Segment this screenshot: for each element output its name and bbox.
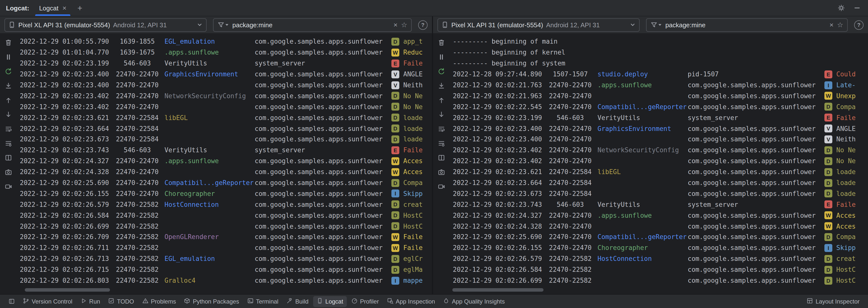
log-row[interactable]: 2022-12-29 02:02:23.66422470-22584com.go… bbox=[453, 177, 868, 188]
next-occurrence-icon[interactable] bbox=[436, 110, 446, 119]
log-area[interactable]: 2022-12-29 01:00:55.790 1639-1855EGL_emu… bbox=[17, 34, 432, 294]
statusbar-item-terminal[interactable]: Terminal bbox=[244, 296, 282, 307]
device-selector[interactable]: Pixel XL API 31 (emulator-5554) Android … bbox=[437, 18, 640, 31]
log-row[interactable]: 2022-12-29 02:02:25.69022470-22470Compat… bbox=[20, 177, 432, 188]
statusbar-item-todo[interactable]: TODO bbox=[104, 296, 137, 307]
take-screenshot-icon[interactable] bbox=[3, 167, 13, 177]
log-row[interactable]: 2022-12-29 02:02:23.67322470-22584com.go… bbox=[20, 134, 432, 145]
restart-logcat-icon[interactable] bbox=[3, 66, 13, 76]
new-logcat-tab-button[interactable]: + bbox=[72, 4, 87, 12]
log-row[interactable]: 2022-12-29 02:02:24.32822470-22470com.go… bbox=[453, 221, 868, 232]
log-row[interactable]: 2022-12-29 02:02:24.32722470-22470.apps.… bbox=[453, 210, 868, 221]
next-occurrence-icon[interactable] bbox=[3, 110, 13, 119]
log-row[interactable]: --------- beginning of kernel bbox=[453, 47, 868, 58]
clear-logcat-icon[interactable] bbox=[436, 38, 446, 48]
log-row[interactable]: 2022-12-29 01:01:04.770 1639-1675.apps.s… bbox=[20, 47, 432, 58]
log-row[interactable]: 2022-12-29 02:02:23.743 546-603VerityUti… bbox=[453, 199, 868, 210]
previous-occurrence-icon[interactable] bbox=[3, 95, 13, 105]
take-screenshot-icon[interactable] bbox=[436, 167, 446, 177]
log-row[interactable]: 2022-12-29 02:02:22.54522470-22470Compat… bbox=[453, 102, 868, 112]
pause-logcat-icon[interactable] bbox=[3, 52, 13, 62]
log-row[interactable]: 2022-12-29 02:02:23.66422470-22584com.go… bbox=[20, 123, 432, 134]
log-row[interactable]: 2022-12-29 02:02:26.69922470-22582com.go… bbox=[453, 275, 868, 286]
configure-logcat-options-icon[interactable] bbox=[436, 138, 446, 148]
settings-gear-icon[interactable] bbox=[835, 2, 847, 14]
horizontal-scrollbar[interactable] bbox=[25, 288, 110, 291]
log-row[interactable]: 2022-12-29 02:02:23.743 546-603VerityUti… bbox=[20, 145, 432, 156]
log-row[interactable]: 2022-12-29 02:02:23.40222470-22470Networ… bbox=[453, 145, 868, 156]
log-row[interactable]: 2022-12-28 09:27:44.890 1507-1507studio.… bbox=[453, 69, 868, 80]
log-row[interactable]: 2022-12-29 02:02:26.71122470-22582com.go… bbox=[20, 243, 432, 253]
split-panels-icon[interactable] bbox=[436, 153, 446, 163]
log-row[interactable]: 2022-12-29 02:02:26.57922470-22582HostCo… bbox=[20, 199, 432, 210]
log-row[interactable]: 2022-12-29 02:02:21.76322470-22470.apps.… bbox=[453, 80, 868, 90]
filter-funnel-icon[interactable] bbox=[217, 21, 229, 28]
pause-logcat-icon[interactable] bbox=[436, 52, 446, 62]
statusbar-item-app-inspection[interactable]: App Inspection bbox=[383, 296, 438, 307]
filter-query-text[interactable]: package:mine bbox=[665, 21, 826, 29]
tab-close-icon[interactable]: × bbox=[62, 4, 66, 11]
statusbar-item-layout-inspector[interactable]: Layout Inspector bbox=[803, 296, 863, 307]
log-row[interactable]: 2022-12-29 02:02:26.70922470-22582OpenGL… bbox=[20, 232, 432, 243]
record-screen-icon[interactable] bbox=[436, 181, 446, 192]
clear-logcat-icon[interactable] bbox=[3, 38, 13, 48]
log-row[interactable]: 2022-12-29 02:02:23.40022470-22470Graphi… bbox=[20, 69, 432, 80]
statusbar-item-app-quality-insights[interactable]: App Quality Insights bbox=[439, 296, 508, 307]
logcat-filter-input[interactable]: package:mine × ☆ bbox=[646, 18, 848, 31]
restart-logcat-icon[interactable] bbox=[436, 66, 446, 76]
log-row[interactable]: 2022-12-29 02:02:23.40222470-22470com.go… bbox=[453, 156, 868, 167]
log-row[interactable]: 2022-12-29 02:02:26.58422470-22582com.go… bbox=[20, 210, 432, 221]
clear-filter-icon[interactable]: × bbox=[394, 21, 398, 28]
filter-funnel-icon[interactable] bbox=[651, 21, 662, 28]
statusbar-item-run[interactable]: Run bbox=[77, 296, 103, 307]
log-row[interactable]: 2022-12-29 01:00:55.790 1639-1855EGL_emu… bbox=[20, 36, 432, 47]
log-row[interactable]: --------- beginning of system bbox=[453, 58, 868, 69]
log-row[interactable]: 2022-12-29 02:02:26.58422470-22582com.go… bbox=[453, 264, 868, 275]
log-row[interactable]: 2022-12-29 02:02:23.67322470-22584com.go… bbox=[453, 188, 868, 199]
help-icon[interactable]: ? bbox=[854, 20, 864, 29]
statusbar-item-problems[interactable]: Problems bbox=[138, 296, 179, 307]
configure-logcat-options-icon[interactable] bbox=[3, 138, 13, 148]
log-row[interactable]: 2022-12-29 02:02:23.40222470-22470Networ… bbox=[20, 90, 432, 102]
tool-window-bars-icon[interactable] bbox=[5, 297, 18, 306]
filter-query-text[interactable]: package:mine bbox=[232, 21, 390, 29]
log-area[interactable]: --------- beginning of main--------- beg… bbox=[450, 34, 868, 294]
statusbar-item-version-control[interactable]: Version Control bbox=[19, 296, 76, 307]
logcat-filter-input[interactable]: package:mine × ☆ bbox=[213, 18, 412, 31]
device-selector[interactable]: Pixel XL API 31 (emulator-5554) Android … bbox=[4, 18, 207, 31]
log-row[interactable]: 2022-12-29 02:02:26.69922470-22582com.go… bbox=[20, 221, 432, 232]
log-row[interactable]: 2022-12-29 02:02:23.40022470-22470Graphi… bbox=[453, 123, 868, 134]
soft-wrap-icon[interactable] bbox=[436, 124, 446, 134]
log-row[interactable]: 2022-12-29 02:02:24.32722470-22470.apps.… bbox=[20, 156, 432, 167]
statusbar-item-logcat[interactable]: Logcat bbox=[313, 296, 346, 307]
log-row[interactable]: --------- beginning of main bbox=[453, 36, 868, 47]
hide-tool-window-icon[interactable] bbox=[851, 2, 863, 14]
log-row[interactable]: 2022-12-29 02:02:23.199 546-603VerityUti… bbox=[453, 112, 868, 123]
scroll-to-end-icon[interactable] bbox=[436, 81, 446, 91]
record-screen-icon[interactable] bbox=[3, 181, 13, 192]
log-row[interactable]: 2022-12-29 02:02:26.80322470-22582Grallo… bbox=[20, 275, 432, 286]
log-row[interactable]: 2022-12-29 02:02:26.57922470-22582HostCo… bbox=[453, 253, 868, 264]
log-row[interactable]: 2022-12-29 02:02:23.40022470-22470com.go… bbox=[20, 80, 432, 90]
tab-logcat[interactable]: Logcat × bbox=[33, 0, 72, 16]
log-row[interactable]: 2022-12-29 02:02:21.96322470-22470com.go… bbox=[453, 90, 868, 102]
statusbar-item-profiler[interactable]: Profiler bbox=[347, 296, 382, 307]
favorite-filter-star-icon[interactable]: ☆ bbox=[837, 21, 843, 28]
split-panels-icon[interactable] bbox=[3, 153, 13, 163]
soft-wrap-icon[interactable] bbox=[3, 124, 13, 134]
clear-filter-icon[interactable]: × bbox=[830, 21, 834, 28]
log-row[interactable]: 2022-12-29 02:02:25.69022470-22470Compat… bbox=[453, 232, 868, 243]
favorite-filter-star-icon[interactable]: ☆ bbox=[401, 21, 407, 28]
log-row[interactable]: 2022-12-29 02:02:26.15522470-22470Choreo… bbox=[20, 188, 432, 199]
previous-occurrence-icon[interactable] bbox=[436, 95, 446, 105]
log-row[interactable]: 2022-12-29 02:02:23.40222470-22470com.go… bbox=[20, 102, 432, 112]
log-row[interactable]: 2022-12-29 02:02:26.15522470-22470Choreo… bbox=[453, 243, 868, 253]
log-row[interactable]: 2022-12-29 02:02:23.62122470-22584libEGL… bbox=[20, 112, 432, 123]
help-icon[interactable]: ? bbox=[418, 20, 428, 29]
statusbar-item-build[interactable]: Build bbox=[283, 296, 312, 307]
log-row[interactable]: 2022-12-29 02:02:23.199 546-603VerityUti… bbox=[20, 58, 432, 69]
horizontal-scrollbar[interactable] bbox=[452, 288, 544, 291]
log-row[interactable]: 2022-12-29 02:02:26.71522470-22582com.go… bbox=[20, 264, 432, 275]
log-row[interactable]: 2022-12-29 02:02:24.32822470-22470com.go… bbox=[20, 166, 432, 177]
log-row[interactable]: 2022-12-29 02:02:26.71322470-22582EGL_em… bbox=[20, 253, 432, 264]
